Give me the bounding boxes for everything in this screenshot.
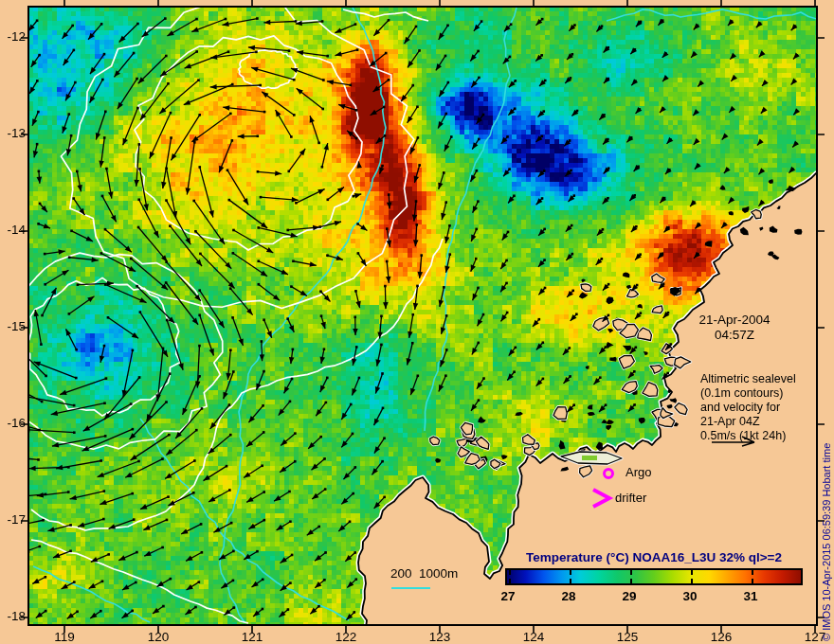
colorbar-tick-label: 30 <box>671 590 709 603</box>
bathymetry-legend-label: 200 1000m <box>390 567 458 581</box>
colorbar-tick <box>630 579 632 583</box>
colorbar-tick <box>691 570 693 575</box>
altimetric-note: Altimetric sealevel (0.1m contours) and … <box>700 372 796 443</box>
colorbar-tick <box>691 579 693 583</box>
y-tick-label: -15 <box>1 320 26 333</box>
sst-map-figure: 119 120 121 122 123 124 125 126 127 -12 … <box>0 0 834 644</box>
note-line: 21-Apr 04Z <box>700 415 796 429</box>
note-line: Altimetric sealevel <box>700 372 796 386</box>
y-tick-label: -13 <box>1 127 26 140</box>
colorbar-tick <box>509 579 511 583</box>
bathymetry-legend-line <box>391 587 430 589</box>
colorbar-tick-label: 31 <box>732 590 770 603</box>
argo-marker-label: Argo <box>626 466 651 478</box>
y-tick-label: -14 <box>1 224 26 237</box>
note-line: (0.1m contours) <box>700 386 796 401</box>
timestamp-time: 04:57Z <box>663 328 806 343</box>
note-line: and velocity for <box>700 401 796 415</box>
imos-credit-text: © IMOS 10-Apr-2015 06:59:39 Hobart time <box>821 443 832 641</box>
x-tick-label: 120 <box>139 631 177 644</box>
x-tick-label: 122 <box>327 631 365 644</box>
colorbar-tick <box>509 570 511 575</box>
temperature-colorbar <box>505 568 803 585</box>
y-tick-label: -17 <box>1 513 26 527</box>
x-tick-label: 124 <box>515 631 553 644</box>
colorbar-tick <box>630 570 632 575</box>
colorbar-tick <box>752 579 753 583</box>
colorbar-tick-label: 29 <box>610 590 648 603</box>
x-tick-label: 119 <box>45 631 83 644</box>
x-tick-label: 126 <box>702 631 740 644</box>
x-tick-label: 123 <box>421 631 459 644</box>
timestamp-date: 21-Apr-2004 <box>663 313 806 328</box>
colorbar-tick <box>752 570 753 575</box>
timestamp-annotation: 21-Apr-2004 04:57Z <box>663 313 806 343</box>
y-tick-label: -18 <box>1 610 26 623</box>
velocity-scale-arrow-icon <box>710 434 759 447</box>
colorbar-tick-label: 27 <box>489 590 527 603</box>
colorbar-tick <box>570 579 571 583</box>
y-tick-label: -12 <box>1 30 26 44</box>
colorbar-title: Temperature (°C) NOAA16_L3U 32% ql>=2 <box>505 551 803 564</box>
colorbar-tick-label: 28 <box>550 590 588 603</box>
x-tick-label: 125 <box>608 631 646 644</box>
drifter-marker-label: drifter <box>615 492 646 504</box>
y-tick-label: -16 <box>1 417 26 430</box>
x-tick-label: 121 <box>233 631 271 644</box>
colorbar-tick <box>570 570 571 575</box>
